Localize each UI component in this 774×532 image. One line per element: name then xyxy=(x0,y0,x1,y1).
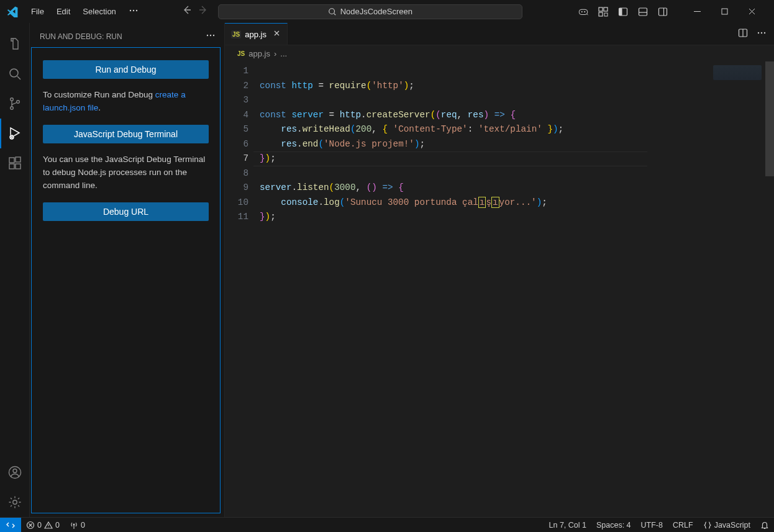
warning-icon xyxy=(44,521,53,530)
split-editor-icon[interactable] xyxy=(738,28,748,40)
toggle-primary-sidebar-icon[interactable] xyxy=(617,6,629,17)
svg-rect-16 xyxy=(659,8,667,16)
vscode-logo-icon xyxy=(5,4,20,19)
activity-explorer-icon[interactable] xyxy=(0,29,30,59)
svg-rect-25 xyxy=(9,158,14,163)
tab-bar: JS app.js xyxy=(225,23,774,45)
activity-settings-icon[interactable] xyxy=(0,487,30,517)
svg-point-38 xyxy=(761,32,762,34)
svg-rect-28 xyxy=(16,157,20,162)
status-problems[interactable]: 0 0 xyxy=(21,521,65,530)
menu-file[interactable]: File xyxy=(26,4,49,19)
editor-scrollbar[interactable] xyxy=(765,61,774,517)
svg-point-1 xyxy=(133,10,134,11)
status-language[interactable]: JavaScript xyxy=(698,521,755,530)
svg-rect-26 xyxy=(9,164,14,169)
tab-label: app.js xyxy=(245,30,266,39)
run-debug-sidebar: RUN AND DEBUG: RUN Run and Debug To cust… xyxy=(30,23,224,517)
braces-icon xyxy=(703,521,712,530)
line-gutter: 1234567891011 xyxy=(225,61,260,517)
layout-customize-icon[interactable] xyxy=(598,6,609,17)
svg-point-0 xyxy=(130,10,131,11)
toggle-panel-icon[interactable] xyxy=(637,6,649,17)
svg-rect-4 xyxy=(579,9,588,14)
activity-extensions-icon[interactable] xyxy=(0,148,30,178)
nav-arrows xyxy=(180,5,211,18)
status-ports[interactable]: 0 xyxy=(65,521,90,530)
activity-bar xyxy=(0,23,30,517)
menu-overflow-icon[interactable] xyxy=(124,3,143,20)
toggle-secondary-sidebar-icon[interactable] xyxy=(657,6,668,17)
svg-point-34 xyxy=(213,35,214,36)
debug-url-button[interactable]: Debug URL xyxy=(43,202,209,221)
minimap[interactable] xyxy=(709,61,765,517)
copilot-icon[interactable] xyxy=(578,6,589,17)
svg-point-37 xyxy=(758,32,759,34)
code-editor[interactable]: 1234567891011 const http = require('http… xyxy=(225,61,774,517)
svg-rect-9 xyxy=(599,12,603,16)
window-minimize-icon[interactable] xyxy=(683,1,711,23)
activity-accounts-icon[interactable] xyxy=(0,458,30,487)
svg-rect-7 xyxy=(599,7,603,11)
svg-point-5 xyxy=(581,11,583,12)
svg-point-39 xyxy=(764,32,765,34)
svg-point-32 xyxy=(207,35,208,36)
search-text: NodeJsCodeScreen xyxy=(340,7,412,16)
breadcrumb[interactable]: JS app.js › ... xyxy=(225,45,774,61)
radio-tower-icon xyxy=(70,521,78,530)
run-and-debug-button[interactable]: Run and Debug xyxy=(43,60,209,79)
activity-source-control-icon[interactable] xyxy=(0,89,30,119)
svg-point-3 xyxy=(329,8,334,14)
window-close-icon[interactable] xyxy=(738,1,765,23)
svg-point-41 xyxy=(73,523,75,525)
menu-selection[interactable]: Selection xyxy=(78,4,121,19)
js-debug-terminal-text: You can use the JavaScript Debug Termina… xyxy=(43,153,209,192)
svg-point-6 xyxy=(584,11,585,12)
activity-run-debug-icon[interactable] xyxy=(0,119,30,148)
status-cursor-position[interactable]: Ln 7, Col 1 xyxy=(544,521,591,530)
js-debug-terminal-button[interactable]: JavaScript Debug Terminal xyxy=(43,125,209,143)
svg-rect-18 xyxy=(722,9,727,14)
svg-point-20 xyxy=(10,98,13,101)
sidebar-title: RUN AND DEBUG: RUN xyxy=(40,32,122,41)
breadcrumb-more: ... xyxy=(280,49,287,58)
nav-forward-icon[interactable] xyxy=(198,5,208,18)
svg-point-2 xyxy=(136,10,137,11)
svg-point-30 xyxy=(13,469,17,473)
tab-close-icon[interactable] xyxy=(273,29,281,39)
window-maximize-icon[interactable] xyxy=(711,1,738,23)
search-icon xyxy=(328,7,337,16)
status-notifications-icon[interactable] xyxy=(755,521,774,530)
remote-indicator-icon[interactable] xyxy=(0,518,21,532)
svg-point-19 xyxy=(10,69,18,77)
js-file-icon: JS xyxy=(231,30,241,38)
error-icon xyxy=(26,521,35,530)
svg-rect-27 xyxy=(16,164,20,169)
breadcrumb-file: app.js xyxy=(248,49,270,58)
code-content[interactable]: const http = require('http'); const serv… xyxy=(260,61,709,517)
svg-rect-10 xyxy=(604,13,608,16)
svg-point-31 xyxy=(12,500,16,504)
status-bar: 0 0 0 Ln 7, Col 1 Spaces: 4 UTF-8 CRLF J… xyxy=(0,517,774,532)
customize-text: To customize Run and Debug create a laun… xyxy=(43,89,209,115)
nav-back-icon[interactable] xyxy=(182,5,192,18)
js-file-icon: JS xyxy=(237,50,245,57)
breadcrumb-sep-icon: › xyxy=(274,49,276,58)
svg-point-21 xyxy=(10,107,13,110)
svg-point-22 xyxy=(16,101,19,104)
sidebar-more-icon[interactable] xyxy=(206,30,216,42)
title-bar: File Edit Selection NodeJsCodeScreen xyxy=(0,0,774,23)
status-encoding[interactable]: UTF-8 xyxy=(636,521,668,530)
menu-edit[interactable]: Edit xyxy=(52,4,75,19)
status-eol[interactable]: CRLF xyxy=(668,521,698,530)
svg-rect-8 xyxy=(604,7,608,11)
activity-search-icon[interactable] xyxy=(0,59,30,89)
svg-rect-12 xyxy=(619,8,622,16)
editor-area: JS app.js JS app.js › ... xyxy=(224,23,774,517)
status-indentation[interactable]: Spaces: 4 xyxy=(591,521,636,530)
svg-point-33 xyxy=(210,35,211,36)
editor-more-icon[interactable] xyxy=(757,28,767,40)
command-center-search[interactable]: NodeJsCodeScreen xyxy=(218,4,522,19)
tab-app-js[interactable]: JS app.js xyxy=(225,23,288,45)
